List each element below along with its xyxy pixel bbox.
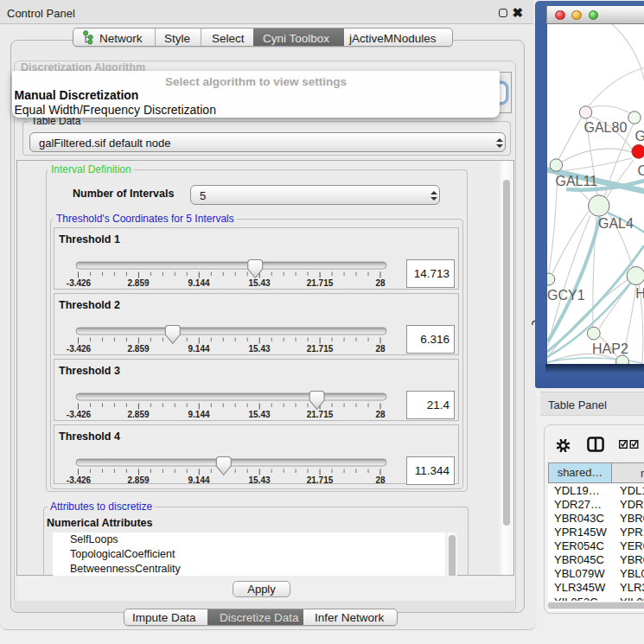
- svg-text:GAL80: GAL80: [583, 120, 627, 135]
- svg-text:GAL3: GAL3: [634, 129, 644, 143]
- svg-text:HAP2: HAP2: [592, 341, 628, 356]
- svg-text:GCY1: GCY1: [547, 288, 585, 303]
- svg-text:GAL11: GAL11: [555, 174, 597, 188]
- svg-text:CRM1: CRM1: [637, 163, 644, 178]
- svg-text:GAL4: GAL4: [598, 216, 634, 231]
- svg-text:HIS4: HIS4: [635, 286, 644, 301]
